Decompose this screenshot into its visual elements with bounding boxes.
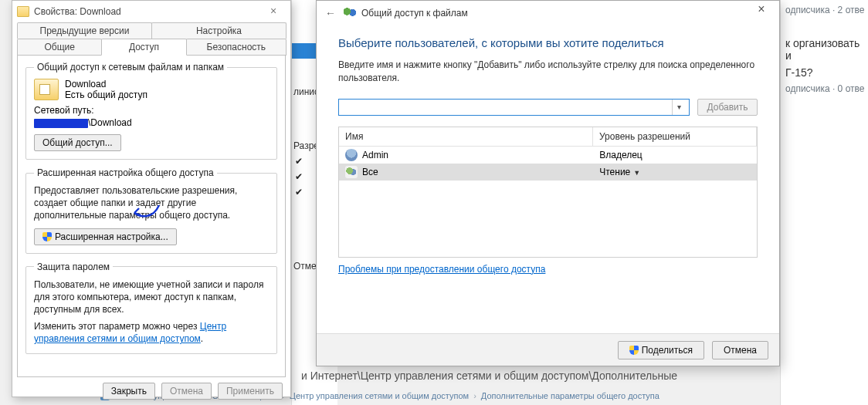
back-button[interactable]: ←	[323, 5, 338, 21]
password-protection-group: Защита паролем Пользователи, не имеющие …	[25, 262, 277, 354]
chevron-down-icon[interactable]: ▾	[672, 100, 686, 115]
sharing-problems-link[interactable]: Проблемы при предоставлении общего досту…	[338, 264, 545, 275]
share-dialog-header: ← Общий доступ к файлам ×	[317, 1, 779, 25]
column-permission[interactable]: Уровень разрешений	[593, 127, 757, 146]
background-context: одписчика · 2 отве к организовать и Г-15…	[780, 0, 868, 405]
cancel-button[interactable]: Отмена	[712, 341, 768, 359]
share-description: Введите имя и нажмите кнопку "Добавить" …	[338, 59, 758, 85]
network-path[interactable]: \Download	[34, 117, 132, 128]
window-title: Свойства: Download	[34, 6, 121, 17]
shield-icon	[42, 232, 52, 241]
tab-sharing[interactable]: Доступ	[101, 39, 186, 56]
titlebar[interactable]: Свойства: Download ×	[12, 1, 290, 22]
user-row[interactable]: Все Чтение▼	[339, 164, 757, 181]
properties-dialog: Свойства: Download × Предыдущие версии Н…	[12, 0, 291, 397]
folder-share-status: Есть общий доступ	[65, 89, 147, 100]
share-heading: Выберите пользователей, с которыми вы хо…	[338, 36, 758, 49]
user-row[interactable]: Admin Владелец	[339, 147, 757, 164]
tab-security[interactable]: Безопасность	[186, 39, 287, 56]
redacted-hostname	[34, 119, 88, 128]
context-line: одписчика · 2 отве	[785, 5, 863, 15]
user-input[interactable]	[342, 100, 672, 114]
share-dialog-title: Общий доступ к файлам	[361, 8, 468, 19]
tab-previous-versions[interactable]: Предыдущие версии	[17, 22, 152, 39]
add-button[interactable]: Добавить	[697, 99, 758, 116]
address-path: и Интернет\Центр управления сетями и общ…	[301, 370, 677, 382]
folder-icon	[17, 6, 29, 17]
group-icon	[345, 166, 358, 178]
folder-name: Download	[65, 79, 147, 89]
share-button[interactable]: Общий доступ...	[34, 134, 121, 151]
network-sharing-group: Общий доступ к сетевым файлам и папкам D…	[25, 62, 277, 160]
shared-folder-icon	[34, 79, 59, 100]
people-icon	[343, 8, 357, 19]
close-button[interactable]: Закрыть	[103, 383, 155, 400]
context-question: к организовать и	[785, 37, 863, 62]
close-icon[interactable]: ×	[748, 2, 775, 21]
network-path-label: Сетевой путь:	[34, 105, 269, 116]
advanced-sharing-group: Расширенная настройка общего доступа Пре…	[25, 167, 277, 254]
share-confirm-button[interactable]: Поделиться	[618, 341, 704, 359]
column-name[interactable]: Имя	[339, 127, 593, 146]
file-sharing-dialog: ← Общий доступ к файлам × Выберите польз…	[316, 0, 780, 366]
context-question: Г-15?	[785, 66, 863, 79]
tab-customize[interactable]: Настройка	[151, 22, 287, 39]
user-combobox[interactable]: ▾	[338, 99, 690, 116]
shield-icon	[629, 346, 639, 355]
cancel-button[interactable]: Отмена	[161, 383, 212, 400]
advanced-sharing-button[interactable]: Расширенная настройка...	[34, 228, 177, 245]
tab-general[interactable]: Общие	[17, 39, 102, 56]
user-list[interactable]: Имя Уровень разрешений Admin Владелец Вс…	[338, 127, 758, 258]
chevron-down-icon[interactable]: ▼	[633, 169, 640, 177]
context-line: одписчика · 0 отве	[785, 83, 863, 94]
apply-button[interactable]: Применить	[218, 383, 283, 400]
close-icon[interactable]: ×	[261, 3, 286, 20]
user-icon	[345, 149, 358, 161]
